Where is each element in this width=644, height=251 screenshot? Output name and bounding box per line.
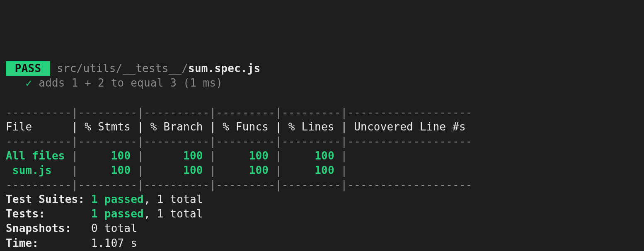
coverage-pipe: | [137, 164, 144, 176]
check-icon: ✓ [26, 77, 32, 89]
summary-tests-passed: 1 passed [91, 208, 144, 220]
coverage-cell-empty [65, 164, 72, 176]
summary-suites-label: Test Suites: [6, 193, 91, 205]
summary-snaps-value: 0 total [91, 222, 137, 234]
coverage-row-file: sum.js [6, 164, 65, 176]
summary-snaps-label: Snapshots: [6, 222, 91, 234]
coverage-pipe: | [275, 164, 282, 176]
coverage-cell-value: 100 [144, 164, 210, 176]
coverage-cell-empty [347, 164, 354, 176]
coverage-cell-empty [347, 150, 354, 162]
coverage-rule-bot: ----------|---------|----------|--------… [6, 179, 472, 191]
coverage-pipe: | [210, 164, 216, 176]
terminal-output: PASS src/utils/__tests__/sum.spec.js ✓ a… [6, 61, 638, 251]
coverage-header-row: File | % Stmts | % Branch | % Funcs | % … [6, 121, 472, 133]
summary-time-value: 1.107 s [91, 237, 137, 249]
coverage-rule-top: ----------|---------|----------|--------… [6, 106, 472, 118]
summary-tests-rest: , 1 total [144, 208, 203, 220]
coverage-cell-value: 100 [144, 150, 210, 162]
coverage-cell-value: 100 [78, 164, 137, 176]
coverage-rows: All files | 100 | 100 | 100 | 100 | sum.… [6, 150, 354, 176]
coverage-pipe: | [72, 164, 78, 176]
summary-time-label: Time: [6, 237, 91, 249]
test-file-name: sum.spec.js [188, 62, 260, 75]
coverage-cell-value: 100 [78, 150, 137, 162]
coverage-cell-value: 100 [282, 164, 341, 176]
coverage-cell-value: 100 [282, 150, 341, 162]
coverage-pipe: | [210, 150, 216, 162]
coverage-pipe: | [341, 150, 348, 162]
coverage-pipe: | [72, 150, 78, 162]
coverage-rule-mid: ----------|---------|----------|--------… [6, 135, 472, 147]
summary-tests-label: Tests: [6, 208, 91, 220]
coverage-cell-empty [65, 150, 72, 162]
coverage-cell-value: 100 [216, 150, 275, 162]
test-file-path-dim: src/utils/__tests__/ [50, 62, 188, 75]
summary-suites-passed: 1 passed [91, 193, 144, 205]
coverage-cell-value: 100 [216, 164, 275, 176]
pass-badge: PASS [6, 61, 50, 76]
test-result-description: adds 1 + 2 to equal 3 (1 ms) [32, 77, 223, 89]
summary-suites-rest: , 1 total [144, 193, 203, 205]
coverage-row-file: All files [6, 150, 65, 162]
coverage-pipe: | [137, 150, 144, 162]
test-result-indent [6, 77, 26, 89]
coverage-pipe: | [275, 150, 282, 162]
coverage-pipe: | [341, 164, 348, 176]
